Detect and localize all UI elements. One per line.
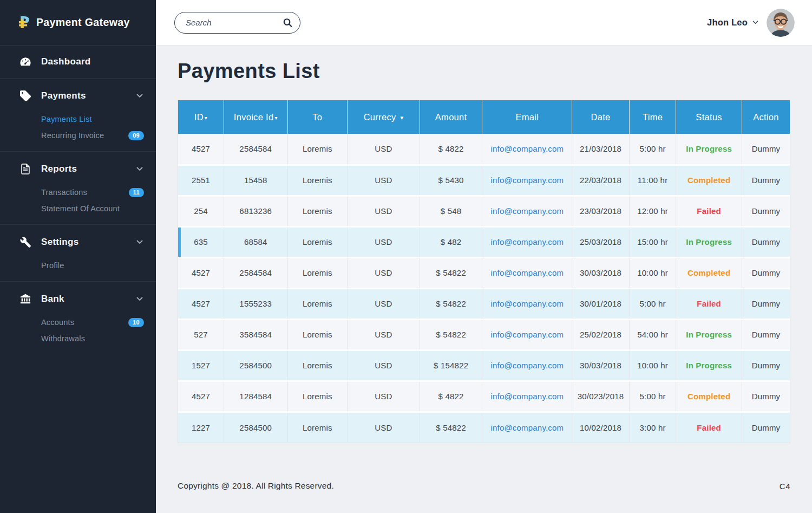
- cell-date: 25/03/2018: [572, 226, 630, 257]
- cell-currency: USD: [348, 319, 420, 350]
- cell-action[interactable]: Dummy: [742, 196, 790, 226]
- cell-invoice: 2584500: [224, 350, 287, 381]
- cell-amount: $ 54822: [420, 257, 482, 288]
- cell-time: 11:00 hr: [629, 165, 676, 196]
- sidebar-item-payments[interactable]: Payments: [0, 82, 156, 110]
- col-header-time: Time: [629, 100, 676, 134]
- cell-amount: $ 4822: [420, 134, 482, 165]
- cell-amount: $ 548: [420, 196, 482, 226]
- sidebar-item-profile[interactable]: Profile: [0, 257, 156, 274]
- sidebar-item-payments-list[interactable]: Payments List: [0, 111, 156, 127]
- brand-logo[interactable]: ₽ Payment Gateway: [0, 0, 156, 46]
- chevron-down-icon: [136, 167, 143, 171]
- sidebar-item-bank[interactable]: Bank: [0, 285, 156, 313]
- cell-id: 4527: [178, 257, 224, 288]
- cell-action[interactable]: Dummy: [742, 165, 790, 196]
- chevron-down-icon: [752, 21, 758, 24]
- cell-action[interactable]: Dummy: [742, 412, 790, 443]
- sidebar-item-dashboard[interactable]: Dashboard: [0, 48, 156, 76]
- sub-item-label: Recurring Invoice: [41, 131, 128, 140]
- table-row: 45271555233LoremisUSD$ 54822info@company…: [178, 288, 790, 319]
- cell-status: In Progress: [676, 226, 742, 257]
- cell-amount: $ 4822: [420, 381, 482, 412]
- cell-email[interactable]: info@company.com: [482, 134, 572, 165]
- cell-invoice: 2584584: [224, 134, 287, 165]
- cell-amount: $ 5430: [420, 165, 482, 196]
- cell-time: 10:00 hr: [629, 350, 676, 381]
- cell-action[interactable]: Dummy: [742, 226, 790, 257]
- avatar: [767, 9, 795, 37]
- cell-time: 10:00 hr: [629, 257, 676, 288]
- cell-action[interactable]: Dummy: [742, 350, 790, 381]
- page-code: C4: [780, 482, 790, 491]
- content: Payments List ID▾Invoice Id▾ToCurrecy▾Am…: [156, 46, 812, 513]
- sort-arrow-icon: ▾: [205, 115, 207, 121]
- cell-email[interactable]: info@company.com: [482, 165, 572, 196]
- sidebar-item-accounts[interactable]: Accounts 10: [0, 314, 156, 330]
- app-root: ₽ Payment Gateway Dashboard Pa: [0, 0, 812, 513]
- sidebar-item-transactions[interactable]: Transactions 11: [0, 184, 156, 200]
- cell-action[interactable]: Dummy: [742, 134, 790, 165]
- cell-email[interactable]: info@company.com: [482, 288, 572, 319]
- table-row: 15272584500LoremisUSD$ 154822info@compan…: [178, 350, 790, 381]
- user-menu[interactable]: Jhon Leo: [707, 9, 795, 37]
- table-header-row: ID▾Invoice Id▾ToCurrecy▾AmountEmailDateT…: [178, 100, 790, 134]
- cell-id: 4527: [178, 381, 224, 412]
- search-button[interactable]: [280, 15, 295, 30]
- cell-email[interactable]: info@company.com: [482, 350, 572, 381]
- cell-time: 12:00 hr: [629, 196, 676, 226]
- cell-status: Failed: [676, 288, 742, 319]
- sub-item-label: Transactions: [41, 188, 129, 197]
- cell-date: 22/03/2018: [572, 165, 630, 196]
- tag-icon: [18, 89, 32, 102]
- cell-status: Completed: [676, 257, 742, 288]
- cell-email[interactable]: info@company.com: [482, 381, 572, 412]
- cell-currency: USD: [348, 350, 420, 381]
- cell-status: In Progress: [676, 319, 742, 350]
- sidebar-item-reports[interactable]: Reports: [0, 155, 156, 183]
- sidebar-group-settings: Settings Profile: [0, 225, 156, 282]
- cell-date: 25/02/2018: [572, 319, 630, 350]
- sidebar-item-recurring-invoice[interactable]: Recurring Invoice 09: [0, 127, 156, 144]
- payments-table: ID▾Invoice Id▾ToCurrecy▾AmountEmailDateT…: [178, 100, 790, 443]
- table-row: 2546813236LoremisUSD$ 548info@company.co…: [178, 196, 790, 226]
- user-name: Jhon Leo: [707, 17, 748, 28]
- copyright-text: Copyrights @ 2018. All Rights Reserved.: [178, 481, 334, 491]
- cell-action[interactable]: Dummy: [742, 257, 790, 288]
- cell-action[interactable]: Dummy: [742, 288, 790, 319]
- cell-time: 5:00 hr: [629, 288, 676, 319]
- cell-action[interactable]: Dummy: [742, 381, 790, 412]
- sidebar-item-settings[interactable]: Settings: [0, 228, 156, 256]
- col-header-invoice-id[interactable]: Invoice Id▾: [224, 100, 287, 134]
- cell-id: 2551: [178, 165, 224, 196]
- cell-action[interactable]: Dummy: [742, 319, 790, 350]
- cell-email[interactable]: info@company.com: [482, 196, 572, 226]
- cell-date: 21/03/2018: [572, 134, 630, 165]
- cell-id: 254: [178, 196, 224, 226]
- sidebar-item-withdrawals[interactable]: Withdrawals: [0, 330, 156, 347]
- document-icon: [18, 163, 32, 175]
- count-badge: 09: [128, 131, 144, 140]
- payments-table-container: ID▾Invoice Id▾ToCurrecy▾AmountEmailDateT…: [178, 100, 790, 443]
- cell-status: Completed: [676, 165, 742, 196]
- col-header-status: Status: [676, 100, 742, 134]
- chevron-down-icon: [136, 297, 143, 301]
- cell-email[interactable]: info@company.com: [482, 226, 572, 257]
- cell-amount: $ 54822: [420, 319, 482, 350]
- sidebar-item-statement-of-account[interactable]: Statement Of Account: [0, 200, 156, 217]
- cell-amount: $ 54822: [420, 412, 482, 443]
- cell-email[interactable]: info@company.com: [482, 257, 572, 288]
- cell-invoice: 3584584: [224, 319, 287, 350]
- cell-to: Loremis: [287, 257, 348, 288]
- cell-id: 4527: [178, 134, 224, 165]
- sub-item-label: Profile: [41, 261, 144, 270]
- cell-to: Loremis: [287, 412, 348, 443]
- table-row: 12272584500LoremisUSD$ 54822info@company…: [178, 412, 790, 443]
- cell-email[interactable]: info@company.com: [482, 412, 572, 443]
- sub-item-label: Accounts: [41, 318, 128, 327]
- col-header-id[interactable]: ID▾: [178, 100, 224, 134]
- col-header-currecy[interactable]: Currecy▾: [348, 100, 420, 134]
- cell-email[interactable]: info@company.com: [482, 319, 572, 350]
- cell-to: Loremis: [287, 350, 348, 381]
- cell-amount: $ 54822: [420, 288, 482, 319]
